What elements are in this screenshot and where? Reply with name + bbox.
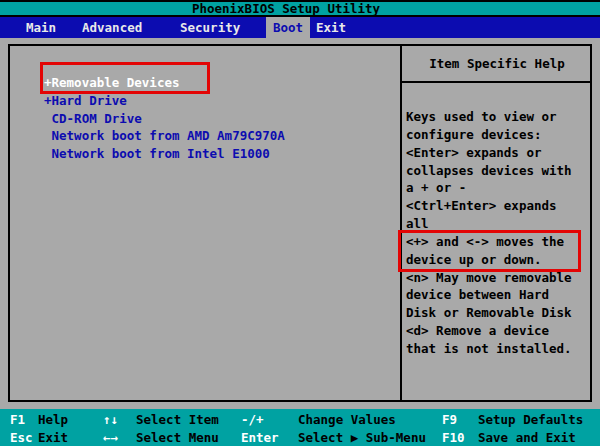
footer-keybar: F1Help↑↓Select Item-/+Change ValuesF9Set… (0, 409, 600, 446)
help-panel-title: Item Specific Help (429, 56, 564, 71)
help-line: configure devices: (406, 126, 590, 144)
help-line: <+> and <-> moves the (406, 233, 578, 251)
boot-item[interactable]: +Hard Drive (10, 92, 390, 110)
help-panel: Item Specific Help Keys used to view orc… (400, 46, 592, 400)
footer-label: Select ▶ Sub-Menu (298, 429, 426, 446)
footer-label: Select Item (136, 411, 219, 428)
tab-main[interactable]: Main (26, 17, 56, 38)
footer-key: Esc (10, 429, 33, 446)
help-line: <d> Remove a device (406, 322, 590, 340)
help-lines: Keys used to view orconfigure devices:<E… (406, 108, 590, 358)
help-line: Keys used to view or (406, 108, 590, 126)
main-panel: +Removable Devices+Hard Drive CD-ROM Dri… (8, 44, 592, 402)
footer-row-2: EscExit←→Select MenuEnterSelect ▶ Sub-Me… (0, 429, 600, 446)
footer-key: F10 (442, 429, 465, 446)
help-line: <Ctrl+Enter> expands (406, 197, 590, 215)
footer-label: Help (38, 411, 68, 428)
help-line: <Enter> expands or (406, 144, 590, 162)
footer-label: Change Values (298, 411, 396, 428)
annotation-box-help: <+> and <-> moves thedevice up or down. (398, 230, 581, 272)
help-line: a + or - (406, 179, 590, 197)
title-bar: PhoenixBIOS Setup Utility (0, 2, 600, 15)
footer-key: ↑↓ (103, 411, 118, 428)
footer-label: Save and Exit (478, 429, 576, 446)
footer-label: Exit (38, 429, 68, 446)
tab-boot[interactable]: Boot (266, 17, 310, 38)
help-panel-header: Item Specific Help (402, 46, 592, 83)
footer-label: Select Menu (136, 429, 219, 446)
boot-item[interactable]: Network boot from AMD Am79C970A (10, 127, 390, 145)
help-line: Disk or Removable Disk (406, 304, 590, 322)
footer-key: F1 (10, 411, 25, 428)
tab-exit[interactable]: Exit (316, 17, 346, 38)
bios-screen: PhoenixBIOS Setup Utility MainAdvancedSe… (0, 0, 600, 446)
boot-item[interactable]: Network boot from Intel E1000 (10, 145, 390, 163)
menu-bar: MainAdvancedSecurityBootExit (0, 17, 600, 38)
footer-key: -/+ (241, 411, 264, 428)
footer-key: F9 (442, 411, 457, 428)
boot-item[interactable]: +Removable Devices (10, 74, 390, 92)
footer-key: Enter (241, 429, 279, 446)
footer-row-1: F1Help↑↓Select Item-/+Change ValuesF9Set… (0, 411, 600, 429)
help-line: device up or down. (406, 251, 578, 269)
footer-key: ←→ (103, 429, 118, 446)
tab-security[interactable]: Security (180, 17, 240, 38)
footer-label: Setup Defaults (478, 411, 583, 428)
help-line: that is not installed. (406, 340, 590, 358)
help-line: device between Hard (406, 286, 590, 304)
app-title: PhoenixBIOS Setup Utility (192, 2, 380, 15)
help-line: <n> May move removable (406, 269, 590, 287)
tab-advanced[interactable]: Advanced (82, 17, 142, 38)
boot-device-list: +Removable Devices+Hard Drive CD-ROM Dri… (10, 74, 390, 163)
boot-item[interactable]: CD-ROM Drive (10, 110, 390, 128)
help-line: collapses devices with (406, 162, 590, 180)
